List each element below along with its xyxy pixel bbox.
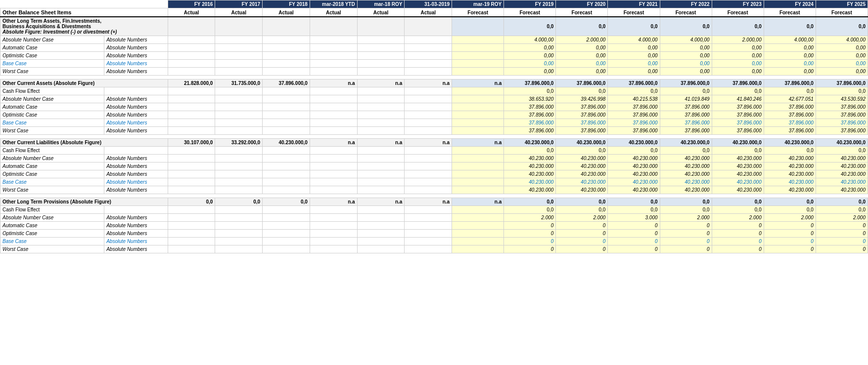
col-fy2016: FY 2016 [168, 0, 215, 8]
spreadsheet-container: FY 2016 FY 2017 FY 2018 mar-2018 YTD mar… [0, 0, 868, 253]
section-header-sec4: Other Long Term Provisions (Absolute Fig… [0, 198, 868, 206]
data-row-sec3-4: Worst CaseAbsolute Numbers40.230.00040.2… [0, 186, 868, 194]
spacer-row [0, 135, 868, 139]
data-row-sec2-2: Optimistic CaseAbsolute Numbers37.896.00… [0, 111, 868, 119]
data-row-sec2-1: Automatic CaseAbsolute Numbers37.896.000… [0, 103, 868, 111]
data-row-sec1-4: Worst CaseAbsolute Numbers0,000,000,000,… [0, 68, 868, 76]
sub-fy2016: Actual [168, 8, 215, 17]
col-fy2017: FY 2017 [215, 0, 263, 8]
col-mar19roy: mar-19 ROY [452, 0, 504, 8]
col-fy2025: FY 2025 [816, 0, 868, 8]
sub-fy2022: Forecast [660, 8, 712, 17]
col-31032019: 31-03-2019 [405, 0, 452, 8]
sub-fy2021: Forecast [608, 8, 660, 17]
data-row-sec1-2: Optimistic CaseAbsolute Numbers0,000,000… [0, 52, 868, 60]
sub-fy2019: Forecast [504, 8, 556, 17]
col-mar18roy: mar-18 ROY [357, 0, 405, 8]
data-row-sec1-0: Absolute Number CaseAbsolute Numbers4.00… [0, 36, 868, 44]
data-row-sec3-0: Absolute Number CaseAbsolute Numbers40.2… [0, 155, 868, 162]
sub-31032019: Actual [405, 8, 452, 17]
data-row-sec3-2: Optimistic CaseAbsolute Numbers40.230.00… [0, 170, 868, 178]
corner-cell [0, 0, 168, 8]
data-row-sec2-4: Worst CaseAbsolute Numbers37.896.00037.8… [0, 127, 868, 135]
header-row-type: Other Balance Sheet Items Actual Actual … [0, 8, 868, 17]
data-row-sec3-3: Base CaseAbsolute Numbers40.230.00040.23… [0, 178, 868, 186]
data-row-sec4-3: Base CaseAbsolute Numbers0000000 [0, 238, 868, 245]
spacer-row [0, 194, 868, 198]
sub-fy2017: Actual [215, 8, 263, 17]
col-mar2018ytd: mar-2018 YTD [310, 0, 357, 8]
data-row-sec3-1: Automatic CaseAbsolute Numbers40.230.000… [0, 162, 868, 170]
header-row-years: FY 2016 FY 2017 FY 2018 mar-2018 YTD mar… [0, 0, 868, 8]
spacer-row [0, 76, 868, 80]
data-row-sec1-3: Base CaseAbsolute Numbers0,000,000,000,0… [0, 60, 868, 68]
col-fy2022: FY 2022 [660, 0, 712, 8]
col-fy2021: FY 2021 [608, 0, 660, 8]
col-fy2024: FY 2024 [764, 0, 816, 8]
cashflow-row-sec3: Cash Flow Effect0,00,00,00,00,00,00,0 [0, 147, 868, 155]
data-row-sec2-3: Base CaseAbsolute Numbers37.896.00037.89… [0, 119, 868, 127]
section-header-sec3: Other Current Liabilities (Absolute Figu… [0, 139, 868, 147]
sub-fy2025: Forecast [816, 8, 868, 17]
data-row-sec4-0: Absolute Number CaseAbsolute Numbers2.00… [0, 214, 868, 222]
sub-fy2023: Forecast [712, 8, 764, 17]
data-row-sec1-1: Automatic CaseAbsolute Numbers0,000,000,… [0, 44, 868, 52]
sub-mar19roy: Forecast [452, 8, 504, 17]
section-header-sec1: Other Long Term Assets, Fin.Investments,… [0, 17, 868, 36]
data-row-sec4-4: Worst CaseAbsolute Numbers0000000 [0, 245, 868, 253]
col-fy2019: FY 2019 [504, 0, 556, 8]
col-fy2020: FY 2020 [556, 0, 608, 8]
page-title: Other Balance Sheet Items [0, 8, 168, 17]
data-row-sec4-2: Optimistic CaseAbsolute Numbers0000000 [0, 230, 868, 238]
data-row-sec2-0: Absolute Number CaseAbsolute Numbers38.6… [0, 95, 868, 103]
cashflow-row-sec4: Cash Flow Effect0,00,00,00,00,00,00,0 [0, 206, 868, 214]
col-fy2023: FY 2023 [712, 0, 764, 8]
sub-fy2024: Forecast [764, 8, 816, 17]
section-header-sec2: Other Current Assets (Absolute Figure)21… [0, 80, 868, 87]
cashflow-row-sec2: Cash Flow Effect0,00,00,00,00,00,00,0 [0, 87, 868, 95]
data-row-sec4-1: Automatic CaseAbsolute Numbers0000000 [0, 222, 868, 230]
sub-mar2018ytd: Actual [310, 8, 357, 17]
sub-mar18roy: Actual [357, 8, 405, 17]
sub-fy2020: Forecast [556, 8, 608, 17]
sub-fy2018: Actual [263, 8, 310, 17]
col-fy2018: FY 2018 [263, 0, 310, 8]
